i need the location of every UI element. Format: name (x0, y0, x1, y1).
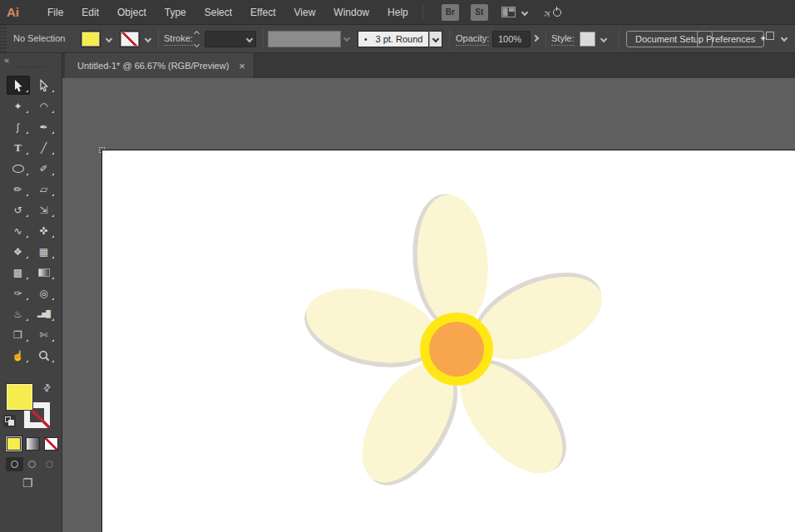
draw-normal-button[interactable] (6, 457, 23, 471)
panel-drag-grip[interactable] (15, 66, 47, 69)
menubar-separator (422, 5, 423, 20)
tools-panel: « ✦ ◠ ∫ ✒ T ╱ ✐ ✏ ▱ ↺ ⇲ ∿ ✜ ❖ ▦ ▩ ✑ ◎ ♨ … (0, 53, 62, 532)
brush-definition-dropdown[interactable]: • 3 pt. Round (358, 31, 429, 47)
lasso-tool[interactable]: ◠ (32, 96, 56, 116)
color-button[interactable] (7, 437, 21, 451)
hand-tool[interactable]: ☝ (7, 346, 30, 365)
ellipse-icon (12, 165, 24, 173)
fill-color-dropdown[interactable] (103, 31, 115, 47)
menu-help[interactable]: Help (378, 0, 417, 25)
swap-fill-stroke-icon[interactable]: ⇄ (41, 382, 54, 395)
mesh-tool[interactable]: ▩ (7, 263, 30, 282)
separator (619, 29, 620, 49)
brush-preview-dot: • (364, 35, 368, 44)
step-down-icon (194, 42, 200, 47)
menu-select[interactable]: Select (195, 0, 241, 25)
draw-normal-icon (11, 461, 18, 468)
artboard[interactable] (101, 150, 795, 532)
artboard-tool[interactable]: ❐ (7, 325, 30, 344)
ellipse-tool[interactable] (7, 159, 30, 178)
separator (158, 29, 159, 49)
illustrator-logo: Ai (7, 5, 28, 19)
eyedropper-tool[interactable]: ✑ (7, 283, 30, 303)
selection-cursor-icon (12, 79, 23, 92)
stock-button[interactable]: St (471, 4, 488, 21)
draw-inside-button[interactable] (41, 457, 58, 471)
flower-center[interactable] (429, 322, 484, 377)
tools-grid: ✦ ◠ ∫ ✒ T ╱ ✐ ✏ ▱ ↺ ⇲ ∿ ✜ ❖ ▦ ▩ ✑ ◎ ♨ ▂▅… (5, 75, 57, 366)
fill-proxy[interactable] (7, 384, 32, 410)
width-tool[interactable]: ∿ (7, 221, 30, 240)
stroke-weight-dropdown[interactable] (205, 31, 256, 47)
brush-dropdown-button[interactable] (429, 31, 442, 47)
magnifier-icon (38, 350, 50, 362)
menu-file[interactable]: File (38, 0, 72, 25)
screen-mode-icon[interactable]: ❐ (22, 476, 33, 490)
power-glyph (553, 8, 561, 17)
line-segment-tool[interactable]: ╱ (32, 138, 56, 157)
graphic-style-swatch[interactable] (580, 32, 595, 47)
stroke-color-dropdown[interactable] (142, 31, 154, 47)
chevron-right-icon[interactable] (532, 35, 539, 42)
opacity-label[interactable]: Opacity: (456, 25, 489, 52)
symbol-sprayer-tool[interactable]: ♨ (7, 304, 30, 323)
control-bar: No Selection Stroke: • 3 pt. Round Opaci… (0, 25, 795, 53)
stroke-label[interactable]: Stroke: (164, 25, 193, 52)
selection-tool[interactable] (7, 76, 30, 95)
perspective-grid-tool[interactable]: ▦ (32, 242, 56, 261)
fill-color-swatch[interactable] (81, 31, 101, 47)
puppet-warp-tool[interactable]: ✜ (32, 221, 56, 240)
direct-selection-cursor-icon (38, 79, 49, 92)
rotate-tool[interactable]: ↺ (7, 200, 30, 219)
curvature-tool[interactable]: ∫ (7, 117, 30, 136)
magic-wand-tool[interactable]: ✦ (7, 96, 30, 116)
menu-bar: File Edit Object Type Select Effect View… (38, 0, 417, 25)
application-bar: Ai File Edit Object Type Select Effect V… (0, 0, 795, 25)
pen-tool[interactable]: ✒ (32, 117, 56, 136)
workspace-switcher[interactable] (501, 7, 527, 17)
direct-selection-tool[interactable] (32, 76, 56, 95)
scale-tool[interactable]: ⇲ (32, 200, 56, 219)
separator (449, 29, 450, 49)
stroke-weight-stepper[interactable] (192, 32, 201, 47)
flower-artwork (102, 150, 795, 532)
style-label[interactable]: Style: (551, 25, 575, 52)
none-button[interactable] (44, 437, 58, 451)
control-bar-grip[interactable] (0, 25, 7, 53)
style-dropdown[interactable] (598, 31, 610, 47)
eraser-tool[interactable]: ▱ (32, 180, 56, 199)
draw-behind-button[interactable] (23, 457, 41, 471)
default-fill-stroke-icon[interactable] (3, 415, 16, 427)
menu-view[interactable]: View (285, 0, 325, 25)
draw-inside-icon (46, 461, 53, 468)
blend-tool[interactable]: ◎ (32, 283, 56, 303)
chevron-down-icon (521, 8, 527, 15)
paintbrush-tool[interactable]: ✐ (32, 159, 56, 178)
gradient-tool[interactable] (32, 263, 56, 282)
collapse-panel-button[interactable]: « (4, 55, 8, 65)
bridge-button[interactable]: Br (442, 4, 459, 21)
gpu-performance-icon[interactable]: ✈ (542, 4, 562, 21)
gradient-button[interactable] (26, 437, 40, 451)
select-similar-icon[interactable]: ✦ (761, 32, 778, 47)
document-tab[interactable]: Untitled-1* @ 66.67% (RGB/Preview) × (65, 53, 254, 78)
preferences-button[interactable]: Preferences (697, 31, 764, 47)
zoom-tool[interactable] (32, 346, 56, 365)
menu-effect[interactable]: Effect (241, 0, 284, 25)
menu-window[interactable]: Window (324, 0, 378, 25)
shape-builder-tool[interactable]: ❖ (7, 242, 30, 261)
shaper-tool[interactable]: ✏ (7, 180, 30, 199)
chevron-down-icon[interactable] (781, 35, 788, 42)
type-tool[interactable]: T (7, 138, 30, 157)
menu-type[interactable]: Type (156, 0, 195, 25)
menu-edit[interactable]: Edit (72, 0, 108, 25)
illustrator-window: { "app_bar": { "logo": "Ai", "menus": ["… (0, 0, 795, 532)
column-graph-tool[interactable]: ▂▅█ (32, 304, 56, 323)
pasteboard[interactable] (62, 78, 795, 532)
slice-tool[interactable]: ✄ (32, 325, 56, 344)
close-tab-icon[interactable]: × (239, 61, 245, 71)
step-up-icon (194, 31, 200, 37)
stroke-color-swatch[interactable] (120, 31, 140, 47)
opacity-field[interactable]: 100% (492, 31, 531, 47)
menu-object[interactable]: Object (108, 0, 156, 25)
